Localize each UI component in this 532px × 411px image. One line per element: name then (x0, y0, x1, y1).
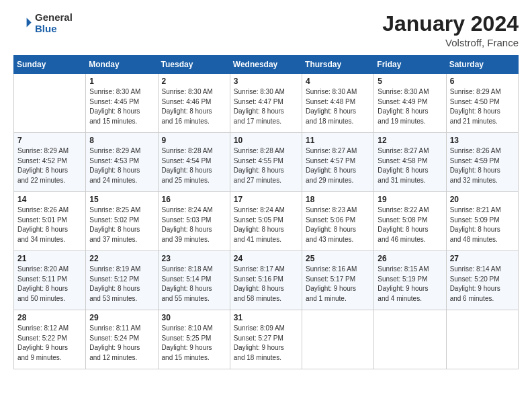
day-info: Sunrise: 8:27 AM Sunset: 4:57 PM Dayligh… (306, 146, 370, 185)
day-cell: 6Sunrise: 8:29 AM Sunset: 4:50 PM Daylig… (446, 74, 518, 133)
day-info: Sunrise: 8:15 AM Sunset: 5:19 PM Dayligh… (378, 265, 442, 304)
day-number: 29 (89, 313, 154, 322)
day-number: 18 (306, 195, 370, 204)
day-number: 14 (17, 195, 82, 204)
logo-general-label: General (35, 12, 73, 24)
day-info: Sunrise: 8:29 AM Sunset: 4:53 PM Dayligh… (89, 146, 154, 185)
day-info: Sunrise: 8:30 AM Sunset: 4:45 PM Dayligh… (89, 87, 154, 126)
day-number: 16 (162, 195, 226, 204)
day-number: 3 (234, 77, 298, 86)
svg-marker-0 (27, 17, 32, 27)
day-cell: 8Sunrise: 8:29 AM Sunset: 4:53 PM Daylig… (86, 133, 158, 192)
day-cell: 27Sunrise: 8:14 AM Sunset: 5:20 PM Dayli… (446, 251, 518, 310)
week-row-2: 14Sunrise: 8:26 AM Sunset: 5:01 PM Dayli… (14, 192, 519, 251)
day-number: 22 (89, 254, 154, 263)
page: General Blue January 2024 Volstroff, Fra… (0, 0, 532, 411)
logo: General Blue (13, 12, 73, 34)
day-cell: 31Sunrise: 8:09 AM Sunset: 5:27 PM Dayli… (230, 310, 302, 369)
day-info: Sunrise: 8:27 AM Sunset: 4:58 PM Dayligh… (378, 146, 442, 185)
day-number: 12 (378, 136, 442, 145)
day-info: Sunrise: 8:14 AM Sunset: 5:20 PM Dayligh… (450, 265, 515, 304)
day-cell: 14Sunrise: 8:26 AM Sunset: 5:01 PM Dayli… (14, 192, 86, 251)
day-info: Sunrise: 8:24 AM Sunset: 5:03 PM Dayligh… (162, 205, 226, 244)
day-cell: 20Sunrise: 8:21 AM Sunset: 5:09 PM Dayli… (446, 192, 518, 251)
day-number: 20 (450, 195, 515, 204)
day-cell: 4Sunrise: 8:30 AM Sunset: 4:48 PM Daylig… (302, 74, 374, 133)
day-info: Sunrise: 8:28 AM Sunset: 4:54 PM Dayligh… (162, 146, 226, 185)
day-info: Sunrise: 8:16 AM Sunset: 5:17 PM Dayligh… (306, 265, 370, 304)
day-info: Sunrise: 8:30 AM Sunset: 4:47 PM Dayligh… (234, 87, 298, 126)
day-cell: 12Sunrise: 8:27 AM Sunset: 4:58 PM Dayli… (374, 133, 446, 192)
day-cell (446, 310, 518, 369)
day-info: Sunrise: 8:25 AM Sunset: 5:02 PM Dayligh… (89, 205, 154, 244)
day-cell: 28Sunrise: 8:12 AM Sunset: 5:22 PM Dayli… (14, 310, 86, 369)
day-number: 19 (378, 195, 442, 204)
day-cell: 29Sunrise: 8:11 AM Sunset: 5:24 PM Dayli… (86, 310, 158, 369)
day-number: 30 (162, 313, 226, 322)
day-cell: 22Sunrise: 8:19 AM Sunset: 5:12 PM Dayli… (86, 251, 158, 310)
day-cell: 21Sunrise: 8:20 AM Sunset: 5:11 PM Dayli… (14, 251, 86, 310)
day-info: Sunrise: 8:10 AM Sunset: 5:25 PM Dayligh… (162, 324, 226, 363)
day-number: 7 (17, 136, 82, 145)
col-friday: Friday (374, 56, 446, 74)
day-cell: 15Sunrise: 8:25 AM Sunset: 5:02 PM Dayli… (86, 192, 158, 251)
day-info: Sunrise: 8:23 AM Sunset: 5:06 PM Dayligh… (306, 205, 370, 244)
day-number: 31 (234, 313, 298, 322)
day-cell (302, 310, 374, 369)
day-cell: 3Sunrise: 8:30 AM Sunset: 4:47 PM Daylig… (230, 74, 302, 133)
col-thursday: Thursday (302, 56, 374, 74)
day-number: 1 (89, 77, 154, 86)
week-row-0: 1Sunrise: 8:30 AM Sunset: 4:45 PM Daylig… (14, 74, 519, 133)
day-number: 4 (306, 77, 370, 86)
day-number: 17 (234, 195, 298, 204)
day-number: 23 (162, 254, 226, 263)
day-info: Sunrise: 8:26 AM Sunset: 5:01 PM Dayligh… (17, 205, 82, 244)
day-cell (14, 74, 86, 133)
day-info: Sunrise: 8:21 AM Sunset: 5:09 PM Dayligh… (450, 205, 515, 244)
day-info: Sunrise: 8:26 AM Sunset: 4:59 PM Dayligh… (450, 146, 515, 185)
logo-icon (13, 14, 32, 33)
day-number: 5 (378, 77, 442, 86)
week-row-1: 7Sunrise: 8:29 AM Sunset: 4:52 PM Daylig… (14, 133, 519, 192)
day-cell: 5Sunrise: 8:30 AM Sunset: 4:49 PM Daylig… (374, 74, 446, 133)
main-title: January 2024 (382, 12, 519, 36)
header: General Blue January 2024 Volstroff, Fra… (13, 12, 519, 48)
day-number: 13 (450, 136, 515, 145)
day-info: Sunrise: 8:29 AM Sunset: 4:50 PM Dayligh… (450, 87, 515, 126)
day-cell: 24Sunrise: 8:17 AM Sunset: 5:16 PM Dayli… (230, 251, 302, 310)
day-cell: 10Sunrise: 8:28 AM Sunset: 4:55 PM Dayli… (230, 133, 302, 192)
col-monday: Monday (86, 56, 158, 74)
day-number: 26 (378, 254, 442, 263)
day-info: Sunrise: 8:12 AM Sunset: 5:22 PM Dayligh… (17, 324, 82, 363)
day-number: 6 (450, 77, 515, 86)
calendar-table: Sunday Monday Tuesday Wednesday Thursday… (13, 55, 519, 369)
day-cell: 18Sunrise: 8:23 AM Sunset: 5:06 PM Dayli… (302, 192, 374, 251)
col-saturday: Saturday (446, 56, 518, 74)
day-info: Sunrise: 8:30 AM Sunset: 4:49 PM Dayligh… (378, 87, 442, 126)
day-cell: 30Sunrise: 8:10 AM Sunset: 5:25 PM Dayli… (158, 310, 230, 369)
day-cell: 26Sunrise: 8:15 AM Sunset: 5:19 PM Dayli… (374, 251, 446, 310)
day-number: 2 (162, 77, 226, 86)
day-number: 21 (17, 254, 82, 263)
day-info: Sunrise: 8:22 AM Sunset: 5:08 PM Dayligh… (378, 205, 442, 244)
day-number: 10 (234, 136, 298, 145)
day-number: 15 (89, 195, 154, 204)
day-number: 8 (89, 136, 154, 145)
day-cell: 25Sunrise: 8:16 AM Sunset: 5:17 PM Dayli… (302, 251, 374, 310)
day-number: 9 (162, 136, 226, 145)
day-cell: 11Sunrise: 8:27 AM Sunset: 4:57 PM Dayli… (302, 133, 374, 192)
logo-text: General Blue (35, 12, 73, 34)
day-info: Sunrise: 8:19 AM Sunset: 5:12 PM Dayligh… (89, 265, 154, 304)
day-cell: 7Sunrise: 8:29 AM Sunset: 4:52 PM Daylig… (14, 133, 86, 192)
col-sunday: Sunday (14, 56, 86, 74)
day-cell: 13Sunrise: 8:26 AM Sunset: 4:59 PM Dayli… (446, 133, 518, 192)
day-info: Sunrise: 8:20 AM Sunset: 5:11 PM Dayligh… (17, 265, 82, 304)
day-info: Sunrise: 8:11 AM Sunset: 5:24 PM Dayligh… (89, 324, 154, 363)
day-info: Sunrise: 8:28 AM Sunset: 4:55 PM Dayligh… (234, 146, 298, 185)
day-cell: 9Sunrise: 8:28 AM Sunset: 4:54 PM Daylig… (158, 133, 230, 192)
day-info: Sunrise: 8:24 AM Sunset: 5:05 PM Dayligh… (234, 205, 298, 244)
title-block: January 2024 Volstroff, France (382, 12, 519, 48)
subtitle: Volstroff, France (382, 37, 519, 48)
day-cell: 1Sunrise: 8:30 AM Sunset: 4:45 PM Daylig… (86, 74, 158, 133)
day-cell (374, 310, 446, 369)
